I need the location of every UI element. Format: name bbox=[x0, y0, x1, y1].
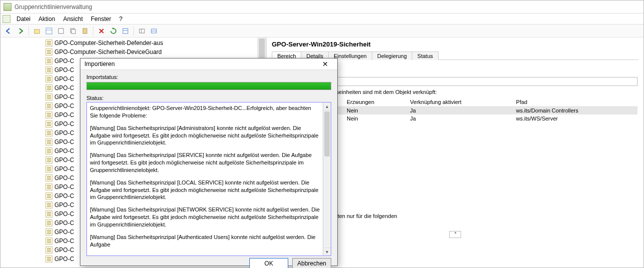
tree-icon[interactable] bbox=[44, 26, 54, 36]
menu-help[interactable]: ? bbox=[115, 14, 126, 24]
status-textbox[interactable]: Gruppenrichtlinienobjekt: GPO-Server-Win… bbox=[86, 102, 323, 256]
svg-rect-0 bbox=[34, 30, 39, 34]
tree-item-label: GPO-C bbox=[54, 174, 74, 182]
back-icon[interactable] bbox=[3, 26, 13, 36]
tree-item-label: GPO-C bbox=[54, 138, 74, 146]
svg-rect-5 bbox=[71, 30, 75, 34]
tree-item-label: GPO-C bbox=[54, 246, 74, 254]
gpo-icon bbox=[45, 246, 52, 254]
tree-item-label: GPO-C bbox=[54, 76, 74, 82]
col-link-enabled[interactable]: Verknüpfung aktiviert bbox=[406, 98, 512, 106]
tree-item-label: GPO-C bbox=[54, 102, 74, 110]
menu-file[interactable]: Datei bbox=[12, 14, 34, 24]
gpo-icon bbox=[45, 94, 52, 100]
tree-item-label: GPO-C bbox=[54, 130, 74, 136]
gpo-icon bbox=[45, 58, 52, 64]
app-window: Gruppenrichtlinienverwaltung Datei Aktio… bbox=[0, 0, 644, 268]
gpo-icon bbox=[45, 130, 52, 136]
menu-window[interactable]: Fenster bbox=[87, 14, 115, 24]
gpo-icon bbox=[45, 48, 52, 56]
tree-item-label: GPO-Computer-Sicherheit-Defender-aus bbox=[54, 40, 163, 46]
close-button[interactable]: ✕ bbox=[317, 58, 333, 70]
gpo-icon bbox=[45, 138, 52, 146]
svg-rect-1 bbox=[46, 28, 52, 34]
new-icon[interactable] bbox=[56, 26, 66, 36]
status-scrollbar[interactable]: ▴ ▾ bbox=[323, 102, 331, 256]
copy-icon[interactable] bbox=[68, 26, 78, 36]
toolbar-separator bbox=[28, 26, 29, 36]
filter-icon[interactable] bbox=[149, 26, 159, 36]
tree-item[interactable]: GPO-Computer-Sicherheit-Defender-aus bbox=[3, 38, 266, 48]
gpo-icon bbox=[45, 112, 52, 118]
import-status-label: Importstatus: bbox=[86, 74, 331, 80]
collapse-button[interactable]: ˄ bbox=[449, 231, 461, 238]
gpo-icon bbox=[45, 76, 52, 82]
gpo-icon bbox=[45, 192, 52, 200]
tree-item[interactable]: GPO-Computer-Sicherheit-DeviceGuard bbox=[3, 48, 266, 56]
dialog-buttons: OK Abbrechen bbox=[80, 258, 337, 268]
gpo-icon bbox=[45, 238, 52, 244]
menubar: Datei Aktion Ansicht Fenster ? bbox=[0, 14, 644, 24]
gpo-icon bbox=[45, 202, 52, 208]
up-icon[interactable] bbox=[32, 26, 42, 36]
svg-rect-7 bbox=[123, 28, 128, 34]
tree-item-label: GPO-C bbox=[54, 120, 74, 128]
tab-delegierung[interactable]: Delegierung bbox=[372, 52, 412, 60]
tree-item-label: GPO-C bbox=[54, 148, 74, 154]
gpo-icon bbox=[45, 84, 52, 92]
tree-item-label: GPO-C bbox=[54, 202, 74, 208]
svg-rect-9 bbox=[139, 29, 144, 33]
gpo-icon bbox=[45, 210, 52, 218]
dialog-titlebar: Importieren ✕ bbox=[80, 58, 337, 70]
tree-item-label: GPO-C bbox=[54, 256, 74, 262]
tab-status[interactable]: Status bbox=[412, 52, 438, 60]
tree-item-label: GPO-C bbox=[54, 184, 74, 190]
scrollbar-thumb[interactable] bbox=[324, 112, 330, 156]
chevron-up-icon: ˄ bbox=[454, 232, 457, 237]
progress-bar bbox=[86, 82, 331, 90]
tree-item-label: GPO-C bbox=[54, 238, 74, 244]
toolbar-separator bbox=[133, 26, 134, 36]
window-title: Gruppenrichtlinienverwaltung bbox=[14, 4, 92, 10]
gpo-icon bbox=[45, 184, 52, 190]
status-message: [Warnung] Das Sicherheitsprinzipal [LOCA… bbox=[90, 179, 320, 202]
properties-icon[interactable] bbox=[120, 26, 130, 36]
tree-item-label: GPO-C bbox=[54, 228, 74, 236]
cancel-button[interactable]: Abbrechen bbox=[292, 258, 331, 268]
forward-icon[interactable] bbox=[15, 26, 25, 36]
gpo-icon bbox=[45, 220, 52, 226]
status-message: [Warnung] Das Sicherheitsprinzipal [NETW… bbox=[90, 206, 320, 228]
gpo-icon bbox=[45, 102, 52, 110]
tree-item-label: GPO-C bbox=[54, 84, 74, 92]
col-path[interactable]: Pfad bbox=[512, 98, 638, 106]
import-dialog: Importieren ✕ Importstatus: Status: Grup… bbox=[80, 58, 338, 266]
menu-view[interactable]: Ansicht bbox=[59, 14, 86, 24]
delete-icon[interactable] bbox=[96, 26, 106, 36]
detail-title: GPO-Server-Win2019-Sicherheit bbox=[272, 40, 639, 48]
ok-button[interactable]: OK bbox=[249, 258, 288, 268]
scroll-up-icon[interactable]: ▴ bbox=[323, 102, 331, 110]
toolbar-separator bbox=[93, 26, 93, 36]
tree-item-label: GPO-C bbox=[54, 210, 74, 218]
columns-icon[interactable] bbox=[137, 26, 147, 36]
tree-item-label: GPO-C bbox=[54, 220, 74, 226]
menu-app-icon bbox=[2, 15, 10, 23]
gpo-icon bbox=[45, 174, 52, 182]
paste-icon[interactable] bbox=[80, 26, 90, 36]
titlebar: Gruppenrichtlinienverwaltung bbox=[0, 0, 644, 14]
gpo-icon bbox=[45, 66, 52, 74]
tree-item-label: GPO-C bbox=[54, 66, 74, 74]
status-message: [Warnung] Das Sicherheitsprinzipal [SERV… bbox=[90, 152, 320, 174]
gpo-icon bbox=[45, 166, 52, 172]
gpo-icon bbox=[45, 156, 52, 164]
gpo-icon bbox=[45, 120, 52, 128]
tree-item-label: GPO-C bbox=[54, 156, 74, 164]
tree-item-label: GPO-C bbox=[54, 94, 74, 100]
menu-action[interactable]: Aktion bbox=[34, 14, 59, 24]
scroll-down-icon[interactable]: ▾ bbox=[323, 248, 331, 256]
status-message: [Warnung] Das Sicherheitsprinzipal [Auth… bbox=[90, 234, 320, 248]
col-enforced[interactable]: Erzwungen bbox=[343, 98, 406, 106]
refresh-icon[interactable] bbox=[108, 26, 118, 36]
toolbar bbox=[0, 24, 644, 38]
domain-dropdown[interactable]: ws.its bbox=[292, 77, 638, 86]
